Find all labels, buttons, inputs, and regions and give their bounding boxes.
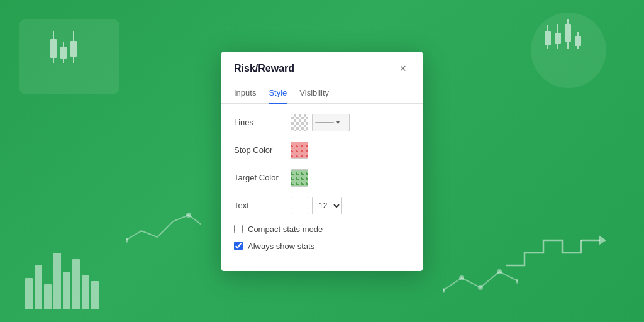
lines-checker-pattern [291,114,308,131]
lines-controls: ▾ [291,114,350,131]
text-row: Text 8 10 11 12 13 14 16 18 20 [234,197,410,214]
dash-line [315,122,334,123]
text-label: Text [234,201,291,210]
target-color-pattern [291,170,308,186]
compact-stats-label[interactable]: Compact stats mode [248,225,323,234]
always-show-stats-checkbox[interactable] [234,242,243,250]
dialog-body: Lines ▾ Stop Color [221,104,423,271]
tab-style[interactable]: Style [269,83,287,104]
target-color-row: Target Color [234,169,410,187]
lines-dropdown-arrow: ▾ [336,119,340,126]
close-button[interactable]: × [396,62,410,75]
dialog-title: Risk/Reward [234,63,294,74]
lines-row: Lines ▾ [234,114,410,131]
tab-inputs[interactable]: Inputs [234,83,256,104]
stop-color-pattern [291,142,308,158]
tab-visibility[interactable]: Visibility [299,83,329,104]
target-color-label: Target Color [234,173,291,182]
text-controls: 8 10 11 12 13 14 16 18 20 [291,197,342,214]
compact-stats-row: Compact stats mode [234,225,410,234]
text-color-swatch[interactable] [291,197,308,214]
always-show-stats-row: Always show stats [234,242,410,251]
tabs-container: Inputs Style Visibility [221,78,423,104]
stop-color-row: Stop Color [234,142,410,159]
lines-label: Lines [234,118,291,127]
lines-style-selector[interactable]: ▾ [312,114,350,131]
stop-color-controls [291,142,308,159]
stop-color-swatch[interactable] [291,142,308,159]
lines-color-swatch[interactable] [291,114,308,131]
stop-color-label: Stop Color [234,145,291,155]
target-color-swatch[interactable] [291,169,308,187]
dialog-header: Risk/Reward × [221,52,423,75]
always-show-stats-label[interactable]: Always show stats [248,242,314,251]
font-size-select[interactable]: 8 10 11 12 13 14 16 18 20 [312,197,342,214]
compact-stats-checkbox[interactable] [234,225,243,233]
dialog-overlay: Risk/Reward × Inputs Style Visibility Li… [0,0,644,322]
risk-reward-dialog: Risk/Reward × Inputs Style Visibility Li… [221,52,423,271]
target-color-controls [291,169,308,187]
